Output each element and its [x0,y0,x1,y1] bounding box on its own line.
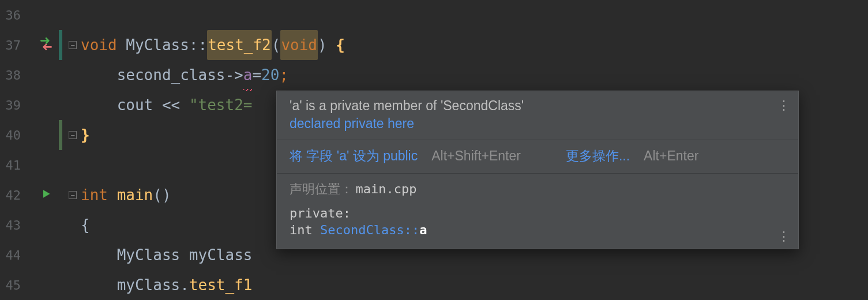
more-icon[interactable]: ⋮ [777,99,790,112]
fold-collapse-icon[interactable]: − [69,41,77,49]
space [153,90,162,120]
line-number: 38 [0,68,28,82]
semicolon: ; [279,60,288,90]
code-line[interactable]: 38 second_class->a=20; [0,60,868,90]
space [117,30,126,60]
keyword: int [81,180,108,210]
code-line[interactable]: 36 [0,0,868,30]
line-number: 36 [0,8,28,22]
line-number: 43 [0,218,28,232]
fold-column[interactable]: − [65,191,81,199]
paren: ( [272,30,281,60]
decl-class[interactable]: SecondClass [320,223,404,237]
code-text[interactable]: MyClass myClass [81,240,252,270]
code-text[interactable]: { [81,210,90,240]
decl-file: main.cpp [355,182,416,196]
fold-column[interactable]: − [65,131,81,139]
variable: myClass [117,270,181,300]
space [180,240,189,270]
declaration-section: ⋮ 声明位置： main.cpp private: int SecondClas… [277,173,798,249]
brace: { [336,30,345,60]
error-message: 'a' is a private member of 'SecondClass' [290,98,786,114]
brace: { [81,210,90,240]
paren: ) [162,180,171,210]
change-marker [59,120,62,150]
brace: } [81,120,90,150]
decl-scope: :: [404,223,420,237]
line-number: 44 [0,248,28,262]
line-number: 37 [0,38,28,52]
class-name: MyClass [117,240,181,270]
quickfix-section: 将 字段 'a' 设为 public Alt+Shift+Enter 更多操作.… [277,140,798,173]
arrow-op: -> [225,60,243,90]
assign-op: = [252,60,261,90]
paren: ) [318,30,327,60]
indent [81,90,117,120]
number: 20 [261,60,279,90]
decl-label: 声明位置： [290,182,353,196]
field-error[interactable]: a [243,60,253,90]
string: "test2= [189,90,253,120]
run-gutter-icon[interactable] [40,188,52,202]
line-number: 42 [0,188,28,202]
line-number: 41 [0,158,28,172]
code-text[interactable]: myClass.test_f1 [81,270,252,300]
code-text[interactable]: } [81,120,90,150]
fold-collapse-icon[interactable]: − [69,191,77,199]
variable: second_class [117,60,226,90]
decl-type: int [290,223,313,237]
decl-member: a [419,223,427,237]
recursive-call-icon [39,36,54,54]
space [108,180,117,210]
scope-op: :: [189,30,207,60]
code-line[interactable]: 37 − void MyClass::test_f2(void) { [0,30,868,60]
space [327,30,336,60]
operator: << [162,90,180,120]
more-actions-link[interactable]: 更多操作... [566,147,630,165]
dot-op: . [180,270,189,300]
class-name: MyClass [126,30,189,60]
fold-end-icon[interactable]: − [69,131,77,139]
line-number: 40 [0,128,28,142]
line-number: 45 [0,278,28,292]
line-number: 39 [0,98,28,112]
identifier: cout [117,90,153,120]
space [180,90,189,120]
error-link[interactable]: declared private here [290,116,786,132]
variable: myClass [189,240,253,270]
keyword: void [81,30,117,60]
keyword: void [280,30,318,60]
gutter-icons[interactable] [28,188,65,202]
function-name: test_f1 [189,270,253,300]
code-text[interactable]: int main() [81,180,171,210]
indent [81,60,117,90]
code-text[interactable]: second_class->a=20; [81,60,288,90]
decl-access: private: [290,206,351,220]
indent [81,270,117,300]
code-text[interactable]: cout << "test2= [81,90,252,120]
more-actions-shortcut: Alt+Enter [644,148,698,164]
quickfix-action[interactable]: 将 字段 'a' 设为 public [290,147,418,165]
quickfix-shortcut: Alt+Shift+Enter [431,148,521,164]
function-name: test_f2 [207,30,272,60]
paren: ( [153,180,162,210]
error-section: ⋮ 'a' is a private member of 'SecondClas… [277,91,798,140]
more-icon[interactable]: ⋮ [777,230,790,243]
indent [81,240,117,270]
fold-column[interactable]: − [65,41,81,49]
code-line[interactable]: 45 myClass.test_f1 [0,270,868,300]
function-name: main [117,180,153,210]
error-popup[interactable]: ⋮ 'a' is a private member of 'SecondClas… [276,91,799,249]
gutter-icons [28,36,65,54]
code-text[interactable]: void MyClass::test_f2(void) { [81,30,345,60]
